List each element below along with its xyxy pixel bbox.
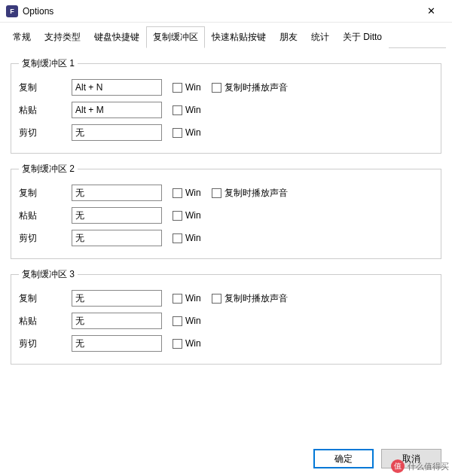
win-checkbox-label: Win <box>185 210 201 221</box>
win-checkbox-label: Win <box>185 293 201 304</box>
win-checkbox[interactable] <box>173 128 182 138</box>
hotkey-row-copy: 复制Win复制时播放声音 <box>19 78 433 97</box>
win-checkbox[interactable] <box>173 105 182 115</box>
paste-label: 粘贴 <box>19 209 72 222</box>
ok-button[interactable]: 确定 <box>313 449 374 468</box>
play-sound-label: 复制时播放声音 <box>224 81 288 94</box>
tab-2[interactable]: 键盘快捷键 <box>87 26 146 48</box>
win-checkbox[interactable] <box>173 233 182 243</box>
copy-hotkey-input[interactable] <box>72 185 162 201</box>
play-sound-label: 复制时播放声音 <box>224 292 288 305</box>
cut-label: 剪切 <box>19 337 72 350</box>
win-checkbox[interactable] <box>173 316 182 326</box>
win-checkbox-wrap[interactable]: Win <box>173 82 201 93</box>
cut-hotkey-input[interactable] <box>72 230 162 246</box>
win-checkbox-wrap[interactable]: Win <box>173 293 201 304</box>
hotkey-row-cut: 剪切Win <box>19 228 433 248</box>
win-checkbox-wrap[interactable]: Win <box>173 210 201 221</box>
cut-label: 剪切 <box>19 127 72 139</box>
copy-hotkey-input[interactable] <box>72 79 162 96</box>
window-title: Options <box>23 6 416 17</box>
win-checkbox-wrap[interactable]: Win <box>173 316 201 326</box>
group-legend: 复制缓冲区 1 <box>19 57 78 70</box>
tab-4[interactable]: 快速粘贴按键 <box>205 26 273 48</box>
win-checkbox-label: Win <box>185 338 201 349</box>
copy-hotkey-input[interactable] <box>72 290 162 307</box>
tab-1[interactable]: 支持类型 <box>38 26 87 48</box>
hotkey-row-copy: 复制Win复制时播放声音 <box>19 288 433 308</box>
hotkey-row-copy: 复制Win复制时播放声音 <box>19 183 433 203</box>
tab-7[interactable]: 关于 Ditto <box>336 26 389 48</box>
hotkey-row-paste: 粘贴Win <box>19 311 433 331</box>
win-checkbox-label: Win <box>185 233 201 243</box>
hotkey-row-paste: 粘贴Win <box>19 206 433 225</box>
group-legend: 复制缓冲区 2 <box>19 163 78 175</box>
win-checkbox[interactable] <box>173 188 182 198</box>
win-checkbox[interactable] <box>173 339 182 349</box>
app-icon: F <box>6 5 18 17</box>
group-legend: 复制缓冲区 3 <box>19 268 78 281</box>
cut-hotkey-input[interactable] <box>72 124 162 141</box>
hotkey-row-cut: 剪切Win <box>19 123 433 142</box>
paste-label: 粘贴 <box>19 315 72 328</box>
buffer-group-3: 复制缓冲区 3复制Win复制时播放声音粘贴Win剪切Win <box>11 268 441 365</box>
paste-label: 粘贴 <box>19 104 72 117</box>
win-checkbox[interactable] <box>173 83 182 93</box>
buffer-group-1: 复制缓冲区 1复制Win复制时播放声音粘贴Win剪切Win <box>11 57 441 154</box>
win-checkbox-label: Win <box>185 105 201 115</box>
tab-0[interactable]: 常规 <box>6 26 38 48</box>
win-checkbox[interactable] <box>173 294 182 304</box>
play-sound-checkbox-wrap[interactable]: 复制时播放声音 <box>212 187 288 200</box>
close-button[interactable]: ✕ <box>416 1 446 22</box>
tab-6[interactable]: 统计 <box>304 26 336 48</box>
win-checkbox-label: Win <box>185 127 201 138</box>
paste-hotkey-input[interactable] <box>72 313 162 329</box>
hotkey-row-paste: 粘贴Win <box>19 100 433 120</box>
copy-label: 复制 <box>19 187 72 200</box>
win-checkbox-label: Win <box>185 316 201 326</box>
win-checkbox-label: Win <box>185 188 201 198</box>
win-checkbox-label: Win <box>185 82 201 93</box>
paste-hotkey-input[interactable] <box>72 207 162 224</box>
cut-label: 剪切 <box>19 232 72 245</box>
tab-strip: 常规支持类型键盘快捷键复制缓冲区快速粘贴按键朋友统计关于 Ditto <box>6 26 446 48</box>
tab-3[interactable]: 复制缓冲区 <box>146 26 205 48</box>
titlebar: F Options ✕ <box>0 0 452 23</box>
play-sound-checkbox-wrap[interactable]: 复制时播放声音 <box>212 81 288 94</box>
play-sound-checkbox-wrap[interactable]: 复制时播放声音 <box>212 292 288 305</box>
play-sound-label: 复制时播放声音 <box>224 187 288 200</box>
tab-content: 复制缓冲区 1复制Win复制时播放声音粘贴Win剪切Win复制缓冲区 2复制Wi… <box>0 48 452 377</box>
win-checkbox-wrap[interactable]: Win <box>173 127 201 138</box>
win-checkbox-wrap[interactable]: Win <box>173 188 201 198</box>
dialog-footer: 确定 取消 <box>313 449 441 468</box>
copy-label: 复制 <box>19 292 72 305</box>
copy-label: 复制 <box>19 81 72 94</box>
cancel-button[interactable]: 取消 <box>381 449 441 468</box>
win-checkbox-wrap[interactable]: Win <box>173 338 201 349</box>
win-checkbox[interactable] <box>173 211 182 221</box>
win-checkbox-wrap[interactable]: Win <box>173 233 201 243</box>
tab-5[interactable]: 朋友 <box>273 26 304 48</box>
play-sound-checkbox[interactable] <box>212 294 221 304</box>
play-sound-checkbox[interactable] <box>212 188 221 198</box>
paste-hotkey-input[interactable] <box>72 102 162 118</box>
cut-hotkey-input[interactable] <box>72 335 162 352</box>
win-checkbox-wrap[interactable]: Win <box>173 105 201 115</box>
hotkey-row-cut: 剪切Win <box>19 334 433 353</box>
play-sound-checkbox[interactable] <box>212 83 221 93</box>
buffer-group-2: 复制缓冲区 2复制Win复制时播放声音粘贴Win剪切Win <box>11 163 441 259</box>
